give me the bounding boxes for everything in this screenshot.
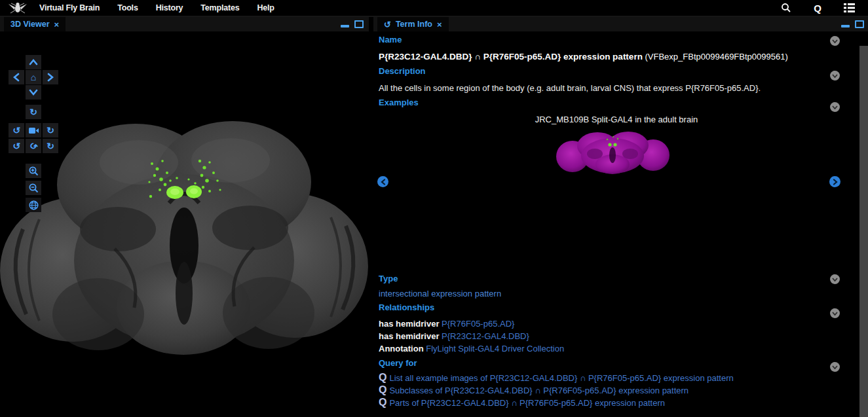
roll-cw-icon: ↻ — [47, 141, 54, 151]
roll-ccw-button[interactable]: ↺ — [9, 139, 24, 153]
type-link[interactable]: intersectional expression pattern — [379, 289, 501, 299]
menu-item-tools[interactable]: Tools — [117, 3, 138, 12]
term-name-id: (VFBexp_FBtp0099469FBtp0099561) — [643, 52, 788, 62]
relationship-link[interactable]: FlyLight Split-GAL4 Driver Collection — [426, 344, 564, 354]
snapshot-button[interactable] — [26, 123, 41, 137]
relationship-row: has hemidriver P{R23C12-GAL4.DBD} — [379, 331, 529, 341]
chevron-down-icon — [832, 74, 838, 78]
menu-item-templates[interactable]: Templates — [200, 3, 239, 12]
chevron-down-icon — [832, 278, 838, 281]
viewer-tabstrip: 3D Viewer × — [0, 17, 369, 31]
fly-logo[interactable] — [8, 2, 28, 14]
globe-icon — [29, 200, 39, 210]
collapse-examples-button[interactable] — [830, 102, 840, 112]
section-heading-type: Type — [379, 274, 398, 283]
menubar: Virtual Fly Brain Tools History Template… — [0, 0, 868, 17]
pan-right-button[interactable] — [43, 70, 58, 84]
viewer-window-buttons — [341, 20, 364, 28]
pan-down-button[interactable] — [26, 85, 41, 100]
terminfo-tabstrip: ↺ Term Info × — [373, 17, 868, 31]
relationship-label: has hemidriver — [379, 331, 442, 341]
menubar-right: Q — [781, 3, 868, 13]
tab-term-info-label: Term Info — [396, 20, 432, 29]
rotate-icon: ↻ — [29, 107, 37, 117]
menu-item-help[interactable]: Help — [257, 3, 274, 12]
collapse-relationships-button[interactable] — [830, 308, 840, 318]
relationship-label: Annotation — [379, 344, 426, 354]
home-icon: ⌂ — [31, 73, 36, 82]
chevron-down-icon — [832, 312, 838, 316]
carousel-next-button[interactable] — [829, 176, 840, 187]
zoom-out-icon — [29, 183, 39, 193]
maximize-icon[interactable] — [855, 20, 864, 28]
terminfo-scrollbar[interactable] — [859, 46, 868, 417]
query-link[interactable]: Subclasses of P{R23C12-GAL4.DBD} ∩ P{R76… — [389, 386, 689, 395]
chevron-down-icon — [832, 39, 838, 43]
brain-3d-render[interactable] — [0, 33, 369, 417]
query-link-row[interactable]: QParts of P{R23C12-GAL4.DBD} ∩ P{R76F05-… — [379, 397, 665, 408]
section-heading-name: Name — [379, 35, 402, 45]
roll-reset-icon: ↺ — [28, 140, 39, 152]
list-view-icon[interactable] — [844, 3, 855, 12]
collapse-name-button[interactable] — [830, 36, 840, 46]
collapse-type-button[interactable] — [830, 274, 840, 284]
query-link[interactable]: List all example images of P{R23C12-GAL4… — [389, 373, 733, 383]
term-description: All the cells in some region of the body… — [379, 83, 761, 93]
example-caption: JRC_MB109B Split-GAL4 in the adult brain — [373, 115, 859, 124]
close-icon[interactable]: × — [54, 20, 60, 29]
roll-cw-button[interactable]: ↻ — [43, 139, 58, 153]
zoom-in-button[interactable] — [26, 164, 41, 178]
section-heading-relationships: Relationships — [379, 302, 434, 312]
vfb-app: Virtual Fly Brain Tools History Template… — [0, 0, 868, 417]
carousel-prev-button[interactable] — [377, 176, 388, 187]
roll-reset-button[interactable]: ↺ — [26, 139, 41, 153]
tab-3d-viewer[interactable]: 3D Viewer × — [4, 17, 66, 31]
tab-3d-viewer-label: 3D Viewer — [10, 20, 50, 29]
pan-left-button[interactable] — [9, 70, 24, 84]
rotate-ccw-icon: ↺ — [12, 126, 20, 135]
chevron-left-icon — [381, 179, 386, 185]
minimize-icon[interactable] — [341, 25, 349, 27]
close-icon[interactable]: × — [437, 20, 442, 29]
search-icon[interactable] — [781, 3, 791, 13]
query-icon: Q — [379, 397, 387, 408]
query-link[interactable]: Parts of P{R23C12-GAL4.DBD} ∩ P{R76F05-p… — [389, 398, 665, 408]
collapse-query-for-button[interactable] — [830, 362, 840, 372]
term-name-bold: P{R23C12-GAL4.DBD} ∩ P{R76F05-p65.AD} ex… — [379, 52, 643, 62]
relationship-label: has hemidriver — [379, 319, 442, 329]
rotate-ccw-button[interactable]: ↺ — [9, 123, 24, 137]
term-name: P{R23C12-GAL4.DBD} ∩ P{R76F05-p65.AD} ex… — [379, 52, 788, 62]
pan-up-button[interactable] — [26, 55, 41, 69]
tab-term-info[interactable]: ↺ Term Info × — [377, 17, 449, 31]
home-button[interactable]: ⌂ — [26, 70, 41, 84]
roll-ccw-icon: ↺ — [12, 141, 20, 151]
rotate-cw-button[interactable]: ↻ — [43, 123, 58, 137]
section-heading-examples: Examples — [379, 98, 419, 107]
globe-button[interactable] — [26, 198, 41, 212]
query-link-row[interactable]: QSubclasses of P{R23C12-GAL4.DBD} ∩ P{R7… — [379, 385, 689, 395]
maximize-icon[interactable] — [354, 20, 364, 28]
example-image[interactable] — [556, 126, 670, 175]
query-icon: Q — [379, 372, 387, 383]
relationship-link[interactable]: P{R23C12-GAL4.DBD} — [442, 331, 529, 341]
relationship-row: Annotation FlyLight Split-GAL4 Driver Co… — [379, 344, 564, 354]
rotate-cw-icon: ↻ — [47, 126, 54, 135]
chevron-right-icon — [833, 179, 838, 185]
query-icon[interactable]: Q — [814, 3, 821, 13]
zoom-in-icon — [29, 166, 39, 176]
history-back-icon[interactable]: ↺ — [384, 20, 391, 29]
collapse-description-button[interactable] — [830, 71, 840, 81]
query-icon: Q — [379, 385, 387, 395]
menu-item-virtual-fly-brain[interactable]: Virtual Fly Brain — [39, 3, 100, 12]
menu-item-history[interactable]: History — [156, 3, 183, 12]
minimize-icon[interactable] — [841, 25, 850, 27]
section-heading-query-for: Query for — [379, 358, 417, 368]
chevron-down-icon — [832, 365, 838, 369]
terminfo-window-buttons — [841, 20, 864, 28]
section-heading-description: Description — [379, 66, 426, 76]
query-link-row[interactable]: QList all example images of P{R23C12-GAL… — [379, 372, 734, 383]
zoom-out-button[interactable] — [26, 181, 41, 195]
chevron-down-icon — [832, 105, 838, 109]
relationship-link[interactable]: P{R76F05-p65.AD} — [442, 319, 514, 329]
rotate-reset-button[interactable]: ↻ — [26, 105, 41, 119]
